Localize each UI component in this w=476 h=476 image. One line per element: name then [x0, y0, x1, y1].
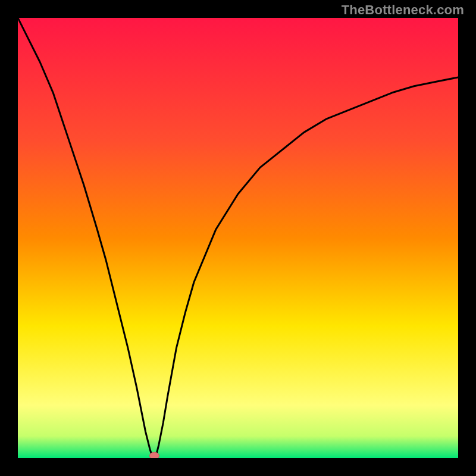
chart-frame: TheBottleneck.com — [0, 0, 476, 476]
gradient-background — [18, 18, 458, 458]
optimal-point-marker — [149, 452, 159, 458]
chart-svg — [18, 18, 458, 458]
watermark-text: TheBottleneck.com — [342, 2, 464, 18]
plot-area — [18, 18, 458, 458]
